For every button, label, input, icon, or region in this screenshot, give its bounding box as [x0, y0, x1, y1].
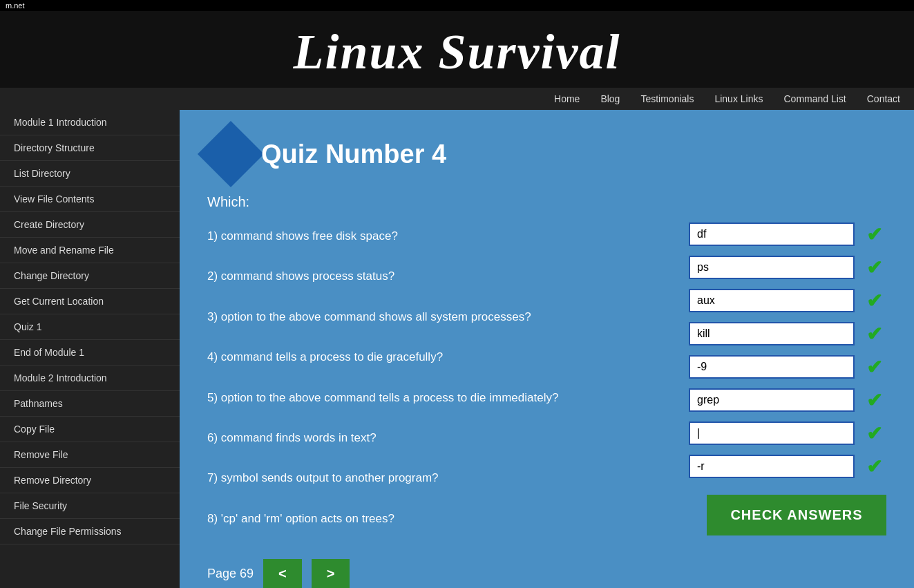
- sidebar-item-change-file-permissions[interactable]: Change File Permissions: [0, 519, 180, 544]
- quiz-title: Quiz Number 4: [247, 140, 446, 169]
- sidebar-item-move-rename-file[interactable]: Move and Rename File: [0, 238, 180, 263]
- sidebar-item-pathnames[interactable]: Pathnames: [0, 391, 180, 417]
- answer-row-1: ✔: [689, 222, 886, 246]
- sidebar-item-directory-structure[interactable]: Directory Structure: [0, 135, 180, 161]
- sidebar: Module 1 Introduction Directory Structur…: [0, 110, 180, 588]
- question-1-text: 1) command shows free disk space?: [207, 222, 675, 253]
- answer-input-5[interactable]: [689, 355, 855, 379]
- check-icon-2: ✔: [861, 256, 886, 279]
- sidebar-item-module1-intro[interactable]: Module 1 Introduction: [0, 110, 180, 135]
- sidebar-item-remove-directory[interactable]: Remove Directory: [0, 468, 180, 493]
- site-title: Linux Survival: [0, 23, 914, 81]
- sidebar-item-view-file-contents[interactable]: View File Contents: [0, 187, 180, 212]
- questions-list: 1) command shows free disk space? 2) com…: [207, 222, 675, 535]
- nav-home[interactable]: Home: [554, 93, 580, 104]
- nav-contact[interactable]: Contact: [867, 93, 900, 104]
- question-4-text: 4) command tells a process to die gracef…: [207, 343, 675, 374]
- nav-command-list[interactable]: Command List: [783, 93, 846, 104]
- questions-layout: 1) command shows free disk space? 2) com…: [207, 222, 886, 535]
- check-icon-8: ✔: [861, 455, 886, 478]
- sidebar-item-remove-file[interactable]: Remove File: [0, 442, 180, 468]
- answer-input-7[interactable]: [689, 421, 855, 445]
- check-answers-button[interactable]: CHECK ANSWERS: [707, 495, 886, 535]
- prev-button[interactable]: <: [263, 559, 302, 588]
- topbar: m.net: [0, 0, 914, 11]
- answer-row-8: ✔: [689, 455, 886, 478]
- quiz-title-container: Quiz Number 4: [207, 131, 886, 178]
- answer-row-3: ✔: [689, 289, 886, 312]
- nav-testimonials[interactable]: Testimonials: [640, 93, 694, 104]
- check-icon-4: ✔: [861, 323, 886, 345]
- answers-col: ✔ ✔ ✔ ✔ ✔: [689, 222, 886, 535]
- sidebar-item-create-directory[interactable]: Create Directory: [0, 212, 180, 238]
- sidebar-item-change-directory[interactable]: Change Directory: [0, 263, 180, 289]
- pagination: Page 69 < >: [207, 559, 886, 588]
- sidebar-item-list-directory[interactable]: List Directory: [0, 161, 180, 187]
- next-button[interactable]: >: [312, 559, 350, 588]
- question-2-text: 2) command shows process status?: [207, 263, 675, 293]
- check-icon-1: ✔: [861, 223, 886, 246]
- sidebar-item-get-current-location[interactable]: Get Current Location: [0, 289, 180, 314]
- sidebar-item-module2-intro[interactable]: Module 2 Introduction: [0, 366, 180, 391]
- sidebar-item-copy-file[interactable]: Copy File: [0, 417, 180, 442]
- check-icon-5: ✔: [861, 356, 886, 379]
- header: Linux Survival: [0, 11, 914, 88]
- sidebar-item-file-security[interactable]: File Security: [0, 493, 180, 519]
- check-icon-7: ✔: [861, 422, 886, 445]
- question-5-text: 5) option to the above command tells a p…: [207, 384, 675, 415]
- nav-bar: Home Blog Testimonials Linux Links Comma…: [0, 88, 914, 110]
- topbar-label: m.net: [6, 1, 25, 10]
- answer-row-7: ✔: [689, 421, 886, 445]
- answer-input-3[interactable]: [689, 289, 855, 312]
- answer-row-4: ✔: [689, 322, 886, 345]
- answer-row-6: ✔: [689, 388, 886, 412]
- nav-linux-links[interactable]: Linux Links: [714, 93, 763, 104]
- page-label: Page 69: [207, 567, 254, 581]
- check-icon-6: ✔: [861, 389, 886, 412]
- answer-row-2: ✔: [689, 256, 886, 279]
- question-8-text: 8) 'cp' and 'rm' option acts on trees?: [207, 505, 675, 535]
- question-6-text: 6) command finds words in text?: [207, 424, 675, 455]
- question-3-text: 3) option to the above command shows all…: [207, 303, 675, 334]
- nav-blog[interactable]: Blog: [600, 93, 620, 104]
- answer-input-4[interactable]: [689, 322, 855, 345]
- sidebar-item-end-module1[interactable]: End of Module 1: [0, 340, 180, 366]
- check-icon-3: ✔: [861, 290, 886, 312]
- sidebar-item-quiz1[interactable]: Quiz 1: [0, 314, 180, 340]
- question-7-text: 7) symbol sends output to another progra…: [207, 464, 675, 495]
- which-label: Which:: [207, 194, 886, 210]
- layout: Module 1 Introduction Directory Structur…: [0, 110, 914, 588]
- answer-input-8[interactable]: [689, 455, 855, 478]
- main-content: Quiz Number 4 Which: 1) command shows fr…: [180, 110, 914, 588]
- answer-row-5: ✔: [689, 355, 886, 379]
- answer-input-6[interactable]: [689, 388, 855, 412]
- answer-input-1[interactable]: [689, 222, 855, 246]
- answer-input-2[interactable]: [689, 256, 855, 279]
